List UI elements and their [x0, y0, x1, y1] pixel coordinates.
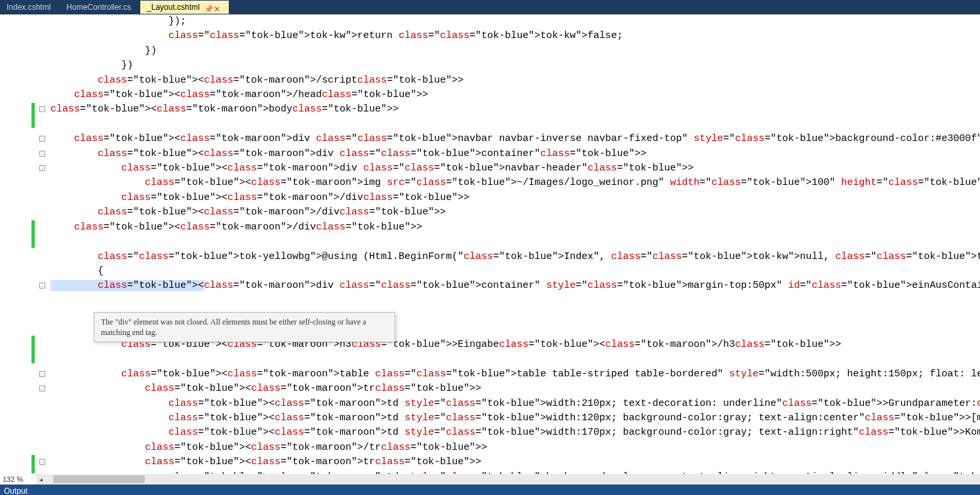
- gutter: [0, 14, 36, 485]
- fold-toggle[interactable]: -: [39, 283, 45, 288]
- fold-toggle[interactable]: -: [39, 459, 45, 465]
- fold-toggle[interactable]: -: [39, 165, 45, 171]
- close-icon[interactable]: ✕: [214, 5, 220, 10]
- output-label: Output: [4, 486, 28, 495]
- tab-bar: Index.cshtmlHomeController.cs_Layout.csh…: [0, 0, 980, 14]
- editor-pane: Index.cshtmlHomeController.cs_Layout.csh…: [0, 0, 980, 485]
- code-editor[interactable]: }); class="class="tok-blue">tok-kw">retu…: [0, 14, 980, 485]
- horizontal-scrollbar[interactable]: ◂▸: [36, 474, 980, 485]
- output-panel-header[interactable]: Output: [0, 485, 980, 495]
- fold-toggle[interactable]: -: [39, 136, 45, 142]
- tab-index-cshtml[interactable]: Index.cshtml: [0, 1, 60, 14]
- fold-toggle[interactable]: -: [39, 106, 45, 112]
- tab--layout-cshtml[interactable]: _Layout.cshtml📌✕: [140, 1, 229, 14]
- pin-icon[interactable]: 📌: [204, 5, 210, 10]
- fold-toggle[interactable]: -: [39, 371, 45, 377]
- zoom-level[interactable]: 132 %: [3, 475, 23, 483]
- fold-toggle[interactable]: -: [39, 151, 45, 157]
- tab-homecontroller-cs[interactable]: HomeController.cs: [60, 1, 140, 14]
- fold-toggle[interactable]: -: [39, 386, 45, 391]
- code-area[interactable]: }); class="class="tok-blue">tok-kw">retu…: [36, 14, 980, 485]
- error-tooltip: The "div" element was not closed. All el…: [94, 312, 395, 342]
